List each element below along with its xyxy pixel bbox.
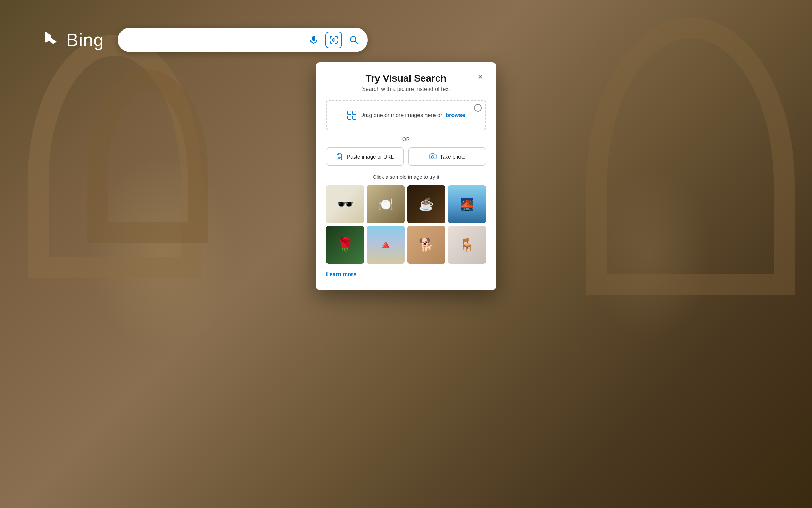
modal-title: Try Visual Search xyxy=(337,73,475,84)
dining-image: 🍽️ xyxy=(367,185,405,223)
modal-subtitle: Search with a picture instead of text xyxy=(326,86,486,92)
close-button[interactable]: ✕ xyxy=(475,71,486,83)
drag-icon xyxy=(347,110,357,120)
paste-button-label: Paste image or URL xyxy=(347,154,394,160)
svg-rect-12 xyxy=(338,153,341,155)
sydney-image: 🌉 xyxy=(448,185,486,223)
svg-point-16 xyxy=(431,156,434,158)
sample-images-grid: 🕶️ 🍽️ ☕ 🌉 🌹 🔺 🐕 🪑 xyxy=(326,185,486,264)
mic-button[interactable] xyxy=(307,33,321,47)
svg-rect-7 xyxy=(348,111,351,115)
take-photo-button[interactable]: Take photo xyxy=(408,147,486,166)
louvre-image: 🔺 xyxy=(367,226,405,264)
sample-image-dining[interactable]: 🍽️ xyxy=(367,185,405,223)
info-icon[interactable]: i xyxy=(474,104,482,112)
drop-zone[interactable]: Drag one or more images here or browse i xyxy=(326,100,486,130)
samples-title: Click a sample image to try it xyxy=(326,174,486,180)
search-icons xyxy=(307,32,361,48)
visual-search-button[interactable] xyxy=(325,32,342,48)
or-text: OR xyxy=(402,136,410,142)
camera-icon xyxy=(429,153,437,160)
search-button[interactable] xyxy=(347,33,361,47)
sunglasses-image: 🕶️ xyxy=(326,185,364,223)
sample-image-sydney[interactable]: 🌉 xyxy=(448,185,486,223)
paste-image-button[interactable]: Paste image or URL xyxy=(326,147,404,166)
search-bar xyxy=(118,28,368,52)
sample-image-chair[interactable]: 🪑 xyxy=(448,226,486,264)
search-input[interactable] xyxy=(125,35,303,44)
svg-rect-10 xyxy=(353,116,356,119)
svg-line-6 xyxy=(355,41,358,44)
visual-search-modal: Try Visual Search ✕ Search with a pictur… xyxy=(316,62,496,290)
bing-logo-icon xyxy=(42,29,61,50)
rose-image: 🌹 xyxy=(326,226,364,264)
drop-zone-content: Drag one or more images here or browse xyxy=(334,110,478,120)
sample-image-rose[interactable]: 🌹 xyxy=(326,226,364,264)
svg-point-4 xyxy=(333,40,334,41)
bing-logo-text: Bing xyxy=(66,29,104,50)
drop-zone-text: Drag one or more images here or xyxy=(360,112,442,118)
svg-rect-9 xyxy=(348,116,351,119)
chair-image: 🪑 xyxy=(448,226,486,264)
paste-icon xyxy=(336,153,343,160)
divider-line-right xyxy=(414,139,486,139)
sample-image-coffee[interactable]: ☕ xyxy=(407,185,445,223)
take-photo-label: Take photo xyxy=(440,154,465,160)
coffee-image: ☕ xyxy=(407,185,445,223)
sample-image-dogs[interactable]: 🐕 xyxy=(407,226,445,264)
sample-image-sunglasses[interactable]: 🕶️ xyxy=(326,185,364,223)
modal-header: Try Visual Search ✕ xyxy=(326,73,486,84)
header: Bing xyxy=(0,28,812,52)
or-divider: OR xyxy=(326,136,486,142)
browse-link[interactable]: browse xyxy=(446,112,465,118)
action-buttons: Paste image or URL Take photo xyxy=(326,147,486,166)
dogs-image: 🐕 xyxy=(407,226,445,264)
divider-line-left xyxy=(326,139,398,139)
sample-image-louvre[interactable]: 🔺 xyxy=(367,226,405,264)
svg-rect-0 xyxy=(312,36,315,41)
learn-more-link[interactable]: Learn more xyxy=(326,271,356,278)
bing-logo: Bing xyxy=(42,29,104,50)
svg-rect-8 xyxy=(353,111,356,115)
